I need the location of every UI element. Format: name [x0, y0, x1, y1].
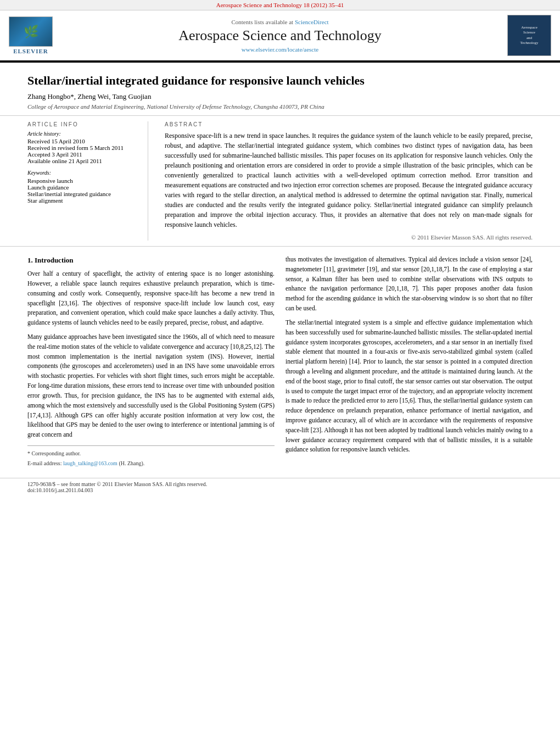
keyword-1: Responsive launch: [27, 177, 139, 184]
received-date: Received 15 April 2010: [27, 138, 139, 144]
footnote-email-person: (H. Zhang).: [119, 460, 144, 466]
footnote-email-label: E-mail address:: [27, 460, 61, 466]
issn-line: 1270-9638/$ – see front matter © 2011 El…: [27, 481, 533, 487]
keyword-2: Launch guidance: [27, 184, 139, 191]
top-bar: Aerospace Science and Technology 18 (201…: [0, 0, 560, 10]
body-col-left: 1. Introduction Over half a century of s…: [27, 255, 275, 470]
journal-logo-right: AerospaceScienceandTechnology: [507, 15, 551, 56]
footnote-email[interactable]: laugh_talking@163.com: [63, 460, 117, 466]
journal-url[interactable]: www.elsevier.com/locate/aescte: [64, 46, 496, 53]
abstract-section: ABSTRACT Responsive space-lift is a new …: [159, 121, 533, 241]
journal-header: ELSEVIER Contents lists available at Sci…: [0, 10, 560, 62]
article-affiliation: College of Aerospace and Material Engine…: [27, 103, 533, 110]
info-abstract-row: ARTICLE INFO Article history: Received 1…: [0, 116, 560, 247]
body-para-3: thus motivates the investigation of alte…: [285, 255, 533, 314]
abstract-text: Responsive space-lift is a new trend in …: [165, 131, 533, 230]
top-bar-text: Aerospace Science and Technology 18 (201…: [216, 2, 344, 8]
footnote-email-line: E-mail address: laugh_talking@163.com (H…: [27, 459, 275, 468]
article-authors: Zhang Hongbo*, Zheng Wei, Tang Guojian: [27, 92, 533, 101]
contents-line: Contents lists available at ScienceDirec…: [64, 19, 496, 25]
journal-title: Aerospace Science and Technology: [64, 27, 496, 44]
elsevier-logo-image: [9, 16, 53, 47]
article-history-block: Article history: Received 15 April 2010 …: [27, 131, 139, 164]
body-para-1: Over half a century of spaceflight, the …: [27, 269, 275, 328]
copyright-line: © 2011 Elsevier Masson SAS. All rights r…: [165, 234, 533, 241]
article-info-label: ARTICLE INFO: [27, 121, 139, 127]
keywords-label: Keywords:: [27, 170, 139, 176]
sciencedirect-link[interactable]: ScienceDirect: [295, 19, 329, 25]
article-title: Stellar/inertial integrated guidance for…: [27, 74, 533, 88]
accepted-date: Accepted 3 April 2011: [27, 151, 139, 158]
doi-section: 1270-9638/$ – see front matter © 2011 El…: [0, 478, 560, 496]
elsevier-logo: ELSEVIER: [9, 16, 53, 54]
elsevier-text: ELSEVIER: [13, 48, 48, 54]
footnote-corresponding: * Corresponding author.: [27, 449, 275, 458]
body-para-4: The stellar/inertial integrated system i…: [285, 318, 533, 455]
body-content: 1. Introduction Over half a century of s…: [0, 247, 560, 478]
body-para-2: Many guidance approaches have been inves…: [27, 332, 275, 440]
contents-label: Contents lists available at: [231, 19, 293, 25]
keywords-block: Keywords: Responsive launch Launch guida…: [27, 170, 139, 204]
article-info: ARTICLE INFO Article history: Received 1…: [27, 121, 148, 241]
doi-line: doi:10.1016/j.ast.2011.04.003: [27, 487, 533, 493]
authors-text: Zhang Hongbo*, Zheng Wei, Tang Guojian: [27, 92, 151, 101]
keyword-3: Stellar/inertial integrated guidance: [27, 191, 139, 197]
logo-right-text: AerospaceScienceandTechnology: [520, 25, 539, 45]
received-revised-date: Received in revised form 5 March 2011: [27, 144, 139, 151]
footnote-section: * Corresponding author. E-mail address: …: [27, 445, 275, 468]
abstract-label: ABSTRACT: [165, 121, 533, 127]
section1-heading: 1. Introduction: [27, 255, 275, 266]
available-date: Available online 21 April 2011: [27, 158, 139, 164]
history-label: Article history:: [27, 131, 139, 137]
article-title-section: Stellar/inertial integrated guidance for…: [0, 63, 560, 116]
body-col-right: thus motivates the investigation of alte…: [285, 255, 533, 470]
keyword-4: Star alignment: [27, 197, 139, 204]
journal-header-center: Contents lists available at ScienceDirec…: [53, 19, 507, 53]
